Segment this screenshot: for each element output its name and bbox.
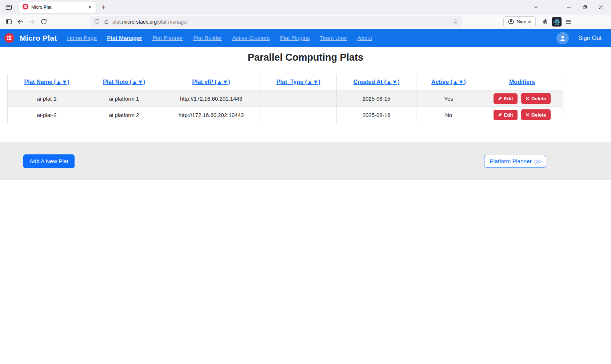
brand-link[interactable]: Micro Plat [4,33,57,43]
cell-plat-note: ai platform 1 [86,90,162,107]
cross-icon: ✕ [526,112,530,118]
cell-created-at: 2025-08-16 [337,107,416,123]
col-header-plat-type: Plat_Type (▲▼) [260,74,337,90]
table-header-row: Plat Name (▲▼) Plat Note (▲▼) Plat vIP (… [8,74,563,90]
navbar-right: Sign Out [556,32,607,44]
sort-plat-note-link[interactable]: Plat Note (▲▼) [103,79,145,85]
bookmark-star-icon[interactable]: ☆ [453,18,458,25]
edit-button[interactable]: ✎Edit [494,93,517,104]
cell-modifiers: ✎Edit✕Delete [481,90,563,107]
sidebar-toggle-icon[interactable] [3,16,15,28]
cell-active: No [416,107,481,123]
app-logo-icon [4,33,14,43]
nav-item-home-page[interactable]: Home Page [67,35,97,41]
url-bar[interactable]: plat.micro-stack.org/plat-manager ☆ [90,16,462,28]
nav-item-about[interactable]: About [358,35,372,41]
url-subdomain: plat. [112,19,122,25]
sort-created-at-link[interactable]: Created At (▲▼) [353,79,399,85]
url-domain: micro-stack.org [122,19,157,25]
account-icon [508,19,514,25]
nav-item-active-clusters[interactable]: Active Clusters [232,35,269,41]
delete-button-label: Delete [531,112,546,118]
firefox-view-icon[interactable] [3,1,15,13]
reload-icon[interactable] [38,16,49,28]
window-controls [528,1,611,13]
col-header-plat-vip: Plat vIP (▲▼) [162,74,260,90]
list-tabs-chevron-icon[interactable] [528,1,544,13]
cell-active: Yes [416,90,481,107]
cell-plat-name: ai-plat-2 [8,107,86,123]
nav-item-team-user[interactable]: Team User [320,35,347,41]
col-header-created-at: Created At (▲▼) [337,74,416,90]
cell-plat-name: ai-plat-1 [8,90,86,107]
platform-planner-button[interactable]: Platform Planner▷▷ [484,155,546,168]
nav-item-plat-planner[interactable]: Plat Planner [152,35,183,41]
col-header-modifiers: Modifiers [481,74,563,90]
tab-favicon [23,4,28,11]
lock-icon[interactable] [104,19,109,24]
cell-plat-type [260,107,337,123]
cell-plat-type [260,90,337,107]
nav-item-plat-plugins[interactable]: Plat Plugins [280,35,310,41]
edit-button-label: Edit [504,112,513,118]
shield-icon[interactable] [94,19,100,25]
sort-plat-name-link[interactable]: Plat Name (▲▼) [24,79,69,85]
add-new-plat-button[interactable]: Add A New Plat [23,154,75,168]
brand-title: Micro Plat [20,34,57,43]
signin-label: Sign in [517,19,531,24]
menu-hamburger-icon[interactable] [563,16,574,28]
tab-title: Micro Plat [31,5,86,10]
extensions-icon[interactable] [539,16,551,28]
edit-button-label: Edit [504,96,513,101]
forward-icon[interactable] [26,16,38,28]
col-header-plat-note: Plat Note (▲▼) [86,74,162,90]
browser-tab[interactable]: Micro Plat ✕ [19,1,96,13]
sort-plat-type-link[interactable]: Plat_Type (▲▼) [276,79,320,85]
table-row: ai-plat-2 ai platform 2 http://172.16.60… [8,107,563,123]
close-window-button[interactable] [593,1,609,13]
cell-created-at: 2025-08-15 [337,90,416,107]
bottom-action-band: Add A New Plat Platform Planner▷▷ [0,142,611,180]
user-avatar[interactable] [556,32,569,44]
edit-button[interactable]: ✎Edit [494,110,517,120]
back-icon[interactable] [15,16,26,28]
new-tab-button[interactable]: + [98,1,109,13]
sort-active-link[interactable]: Active (▲▼) [431,79,466,85]
delete-button[interactable]: ✕Delete [521,93,551,104]
planner-button-label: Platform Planner [490,158,531,165]
url-text: plat.micro-stack.org/plat-manager [112,19,188,25]
table-row: ai-plat-1 ai platform 1 http://172.16.60… [8,90,563,107]
browser-toolbar: plat.micro-stack.org/plat-manager ☆ Sign… [0,15,611,29]
minimize-button[interactable] [561,1,577,13]
col-header-plat-name: Plat Name (▲▼) [8,74,86,90]
url-path: /plat-manager [157,19,188,25]
tab-divider [17,4,17,11]
fast-forward-icon: ▷▷ [535,158,541,165]
nav-links: Home Page Plat Manager Plat Planner Plat… [67,35,372,41]
react-devtools-icon[interactable] [551,16,563,28]
nav-item-plat-manager[interactable]: Plat Manager [107,35,142,41]
cell-plat-note: ai platform 2 [86,107,162,123]
cell-plat-vip: http://172.16.60.201:1443 [162,90,260,107]
col-header-active: Active (▲▼) [416,74,481,90]
cell-plat-vip: http://172.16.60.202:10443 [162,107,260,123]
tab-close-icon[interactable]: ✕ [86,4,93,11]
cell-modifiers: ✎Edit✕Delete [481,107,563,123]
restore-button[interactable] [577,1,593,13]
delete-button-label: Delete [531,96,546,101]
browser-tab-bar: Micro Plat ✕ + [0,0,611,15]
pencil-icon: ✎ [498,112,502,118]
sign-out-link[interactable]: Sign Out [578,35,602,41]
plats-table: Plat Name (▲▼) Plat Note (▲▼) Plat vIP (… [7,74,563,123]
cross-icon: ✕ [526,96,530,101]
app-navbar: Micro Plat Home Page Plat Manager Plat P… [0,29,611,47]
nav-item-plat-builder[interactable]: Plat Builder [193,35,222,41]
sort-plat-vip-link[interactable]: Plat vIP (▲▼) [192,79,230,85]
browser-signin-button[interactable]: Sign in [503,16,536,27]
delete-button[interactable]: ✕Delete [521,109,551,120]
page-title: Parallel Computing Plats [0,52,611,63]
pencil-icon: ✎ [498,96,502,101]
modifiers-header-link[interactable]: Modifiers [509,79,535,85]
